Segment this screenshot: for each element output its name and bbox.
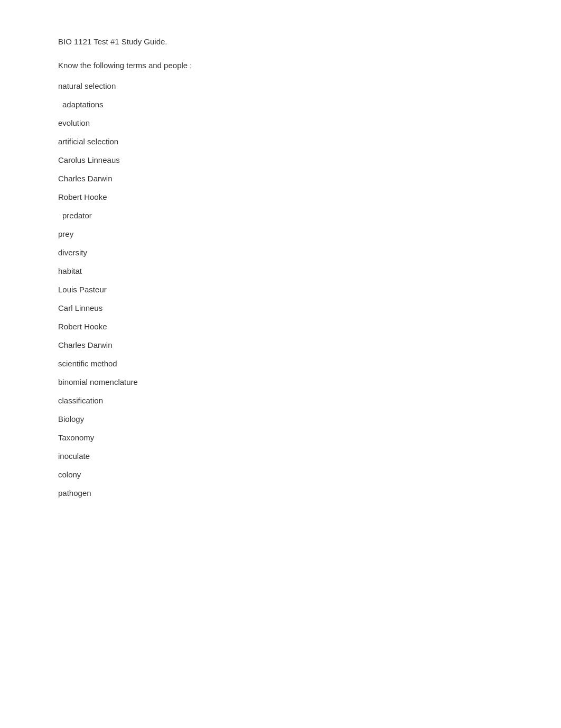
list-item: Biology: [58, 414, 561, 423]
list-item: Charles Darwin: [58, 340, 561, 349]
list-item: habitat: [58, 266, 561, 275]
list-item: Robert Hooke: [58, 192, 561, 201]
list-item: evolution: [58, 118, 561, 127]
list-item: Carl Linneus: [58, 303, 561, 312]
list-item: prey: [58, 229, 561, 238]
list-item: scientific method: [58, 359, 561, 368]
list-item: classification: [58, 396, 561, 405]
list-item: adaptations: [58, 100, 561, 109]
list-item: colony: [58, 470, 561, 479]
page-content: BIO 1121 Test #1 Study Guide. Know the f…: [0, 0, 561, 539]
list-item: artificial selection: [58, 137, 561, 146]
list-item: Charles Darwin: [58, 174, 561, 183]
page-title: BIO 1121 Test #1 Study Guide.: [58, 37, 561, 46]
list-item: Carolus Linneaus: [58, 155, 561, 164]
list-item: Robert Hooke: [58, 322, 561, 331]
list-item: inoculate: [58, 451, 561, 460]
section-heading: Know the following terms and people ;: [58, 61, 561, 70]
list-item: Louis Pasteur: [58, 285, 561, 294]
list-item: binomial nomenclature: [58, 377, 561, 386]
terms-list: natural selectionadaptationsevolutionart…: [58, 81, 561, 497]
list-item: diversity: [58, 248, 561, 257]
list-item: pathogen: [58, 489, 561, 497]
list-item: predator: [58, 211, 561, 220]
list-item: natural selection: [58, 81, 561, 90]
list-item: Taxonomy: [58, 433, 561, 442]
